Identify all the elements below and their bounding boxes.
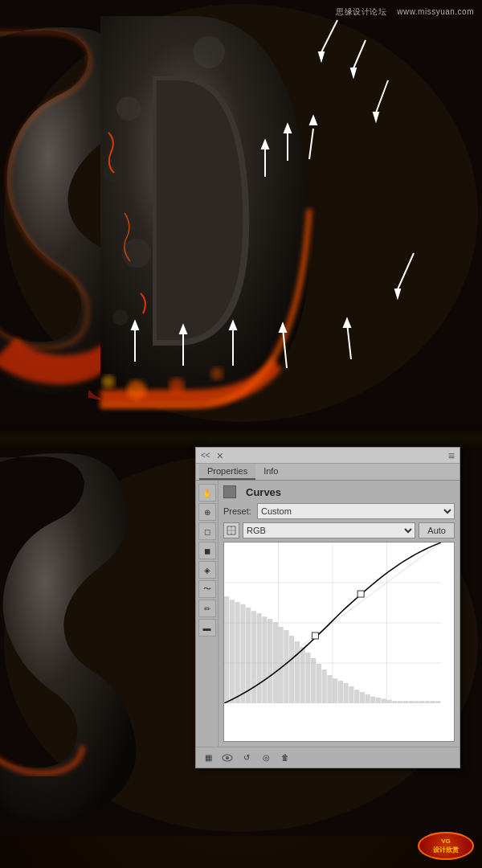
channel-row: RGB Auto — [223, 522, 455, 538]
histogram-tool[interactable]: ▬ — [198, 619, 216, 637]
svg-point-4 — [122, 239, 151, 268]
close-button[interactable]: × — [217, 449, 223, 462]
hand-tool[interactable]: ✋ — [198, 484, 216, 502]
preset-select[interactable]: Custom — [257, 503, 455, 519]
tab-properties[interactable]: Properties — [199, 464, 255, 480]
auto-button[interactable]: Auto — [419, 522, 455, 538]
preset-row: Preset: Custom — [223, 503, 455, 519]
curves-toolbar: ✋ ⊕ ◻ ◼ ◈ 〜 ✏ ▬ — [196, 481, 219, 747]
pencil-tool[interactable]: ✏ — [198, 600, 216, 617]
watermark: VG设计欣赏 — [418, 832, 474, 860]
panel-bottom-toolbar: ▦ ↺ ◎ 🗑 — [196, 747, 460, 768]
svg-point-2 — [116, 96, 141, 121]
white-point-tool[interactable]: ◻ — [198, 522, 216, 540]
properties-panel: << × ≡ Properties Info ✋ ⊕ ◻ ◼ ◈ 〜 ✏ ▬ — [195, 447, 460, 768]
svg-point-9 — [102, 375, 115, 388]
preset-label: Preset: — [223, 506, 254, 516]
panel-tabs: Properties Info — [196, 464, 460, 481]
curves-graph[interactable] — [223, 542, 455, 742]
panel-title-bar: << × ≡ — [196, 448, 460, 464]
site-name: 思缘设计论坛 — [336, 7, 386, 16]
midpoint-tool[interactable]: ◈ — [198, 561, 216, 579]
channel-select[interactable]: RGB — [243, 522, 415, 538]
svg-point-5 — [112, 309, 129, 326]
visibility-eye-icon[interactable] — [220, 751, 235, 765]
svg-point-3 — [103, 163, 122, 182]
black-point-tool[interactable]: ◼ — [198, 542, 216, 559]
svg-point-11 — [169, 378, 185, 394]
curves-icon — [223, 485, 236, 498]
letter-scene-top — [0, 0, 482, 426]
curves-content: Curves Preset: Custom — [219, 481, 460, 747]
panel-body: ✋ ⊕ ◻ ◼ ◈ 〜 ✏ ▬ Curves Preset: Custom — [196, 481, 460, 747]
panel-menu-icon[interactable]: ≡ — [448, 449, 455, 462]
svg-point-10 — [127, 380, 146, 399]
curve-tool[interactable]: 〜 — [198, 580, 216, 598]
sample-tool[interactable]: ⊕ — [198, 503, 216, 521]
svg-point-43 — [226, 756, 229, 760]
view-icon[interactable]: ◎ — [259, 751, 273, 765]
panel-controls: << × — [201, 449, 223, 462]
svg-point-6 — [193, 36, 225, 68]
tab-info[interactable]: Info — [255, 464, 286, 480]
delete-icon[interactable]: 🗑 — [278, 751, 292, 765]
watermark-badge: VG设计欣赏 — [418, 832, 474, 860]
curves-header: Curves — [223, 485, 455, 498]
collapse-button[interactable]: << — [201, 451, 210, 460]
curves-title: Curves — [246, 486, 281, 498]
site-watermark: 思缘设计论坛 www.missyuan.com — [336, 6, 474, 18]
svg-point-12 — [210, 367, 223, 380]
site-url: www.missyuan.com — [397, 7, 474, 16]
channel-icon — [223, 522, 239, 538]
refresh-tool-icon[interactable]: ↺ — [239, 751, 254, 765]
mask-tool-icon[interactable]: ▦ — [201, 751, 215, 765]
